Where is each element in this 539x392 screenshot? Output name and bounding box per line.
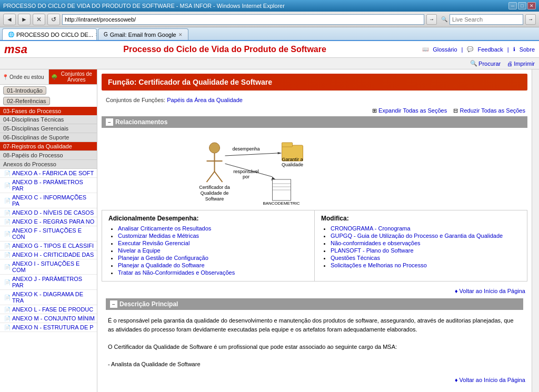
- sidebar-section-disc-sup[interactable]: 06-Disciplinas de Suporte: [0, 133, 97, 142]
- doc-icon-k: 📄: [4, 295, 11, 300]
- browser-title-text: PROCESSO DO CICLO DE VIDA DO PRODUTO DE …: [3, 3, 285, 9]
- print-icon: 🖨: [507, 61, 513, 67]
- breadcrumb-link[interactable]: Papéis da Área da Qualidade: [167, 97, 243, 103]
- sobre-link[interactable]: Sobre: [520, 46, 535, 53]
- description-para-1: É o responsável pela garantia da qualida…: [108, 316, 521, 334]
- onde-estou-btn[interactable]: 📍 Onde eu estou: [0, 69, 49, 84]
- window-controls[interactable]: ─ □ ✕: [508, 2, 536, 9]
- sidebar-section-papeis[interactable]: 08-Papéis do Processo: [0, 151, 97, 160]
- search-input[interactable]: [450, 14, 523, 25]
- additionally-link-5[interactable]: Planejar a Qualidade do Software: [118, 262, 205, 268]
- procurar-link[interactable]: 🔍 Procurar: [470, 60, 501, 67]
- minimize-button[interactable]: ─: [508, 2, 517, 9]
- forward-button[interactable]: ►: [18, 14, 31, 25]
- back-to-top-link-2[interactable]: ♦ Voltar ao Início da Página: [455, 377, 525, 383]
- sidebar-section-anexos[interactable]: Anexos do Processo: [0, 160, 97, 169]
- modifies-link-5[interactable]: Solicitações e Melhorias no Processo: [331, 262, 427, 268]
- description-collapse-icon[interactable]: −: [110, 300, 117, 308]
- scrollbar[interactable]: [532, 69, 539, 392]
- list-item: Solicitações e Melhorias no Processo: [331, 262, 521, 268]
- search-nav-icon: 🔍: [470, 60, 477, 67]
- feedback-icon: 💬: [467, 46, 473, 52]
- location-icon: 📍: [2, 74, 8, 80]
- modifies-link-2[interactable]: Não-conformidades e observações: [331, 240, 421, 246]
- go-button[interactable]: →: [426, 14, 437, 25]
- relationships-title: Relacionamentos: [115, 118, 167, 126]
- sidebar-item-anexo-l[interactable]: 📄 ANEXO L - FASE DE PRODUC: [0, 305, 97, 314]
- search-label: 🔍: [441, 16, 447, 22]
- additionally-link-0[interactable]: Analisar Criticamente os Resultados: [118, 225, 211, 232]
- stop-button[interactable]: ✕: [33, 14, 45, 25]
- tab-label-processoweb: PROCESSO DO CICLO DE...: [16, 32, 93, 38]
- refresh-button[interactable]: ↺: [47, 14, 60, 25]
- list-item: Nivelar a Equipe: [118, 247, 308, 254]
- sidebar-item-anexo-f[interactable]: 📄 ANEXO F - SITUAÇÕES E CON: [0, 226, 97, 242]
- list-item: Analisar Criticamente os Resultados: [118, 225, 308, 232]
- additionally-link-3[interactable]: Nivelar a Equipe: [118, 247, 161, 254]
- app-navrow: 🔍 Procurar 🖨 Imprimir: [0, 58, 539, 69]
- glossario-link[interactable]: Glossário: [433, 46, 457, 53]
- app-container: msa Processo do Ciclo de Vida do Produto…: [0, 41, 539, 392]
- conjuntos-btn[interactable]: 🌳 Conjuntos de Árvores: [49, 69, 97, 84]
- expand-all-link[interactable]: Expandir Todas as Seções: [378, 107, 447, 114]
- modifies-link-0[interactable]: CRONOGRAMA - Cronograma: [331, 225, 411, 232]
- sidebar-item-anexo-c[interactable]: 📄 ANEXO C - INFORMAÇÕES PA: [0, 193, 97, 208]
- tab-close-gmail[interactable]: ✕: [178, 32, 183, 37]
- content-area: 📍 Onde eu estou 🌳 Conjuntos de Árvores 0…: [0, 69, 539, 392]
- sidebar-section-disc-tec[interactable]: 04-Disciplinas Técnicas: [0, 115, 97, 124]
- feedback-link[interactable]: Feedback: [477, 46, 503, 53]
- doc-icon-g: 📄: [4, 243, 11, 249]
- modifies-title: Modifica:: [321, 215, 521, 222]
- sidebar-item-anexo-e[interactable]: 📄 ANEXO E - REGRAS PARA NO: [0, 217, 97, 226]
- additionally-list: Analisar Criticamente os Resultados Cust…: [108, 225, 308, 276]
- description-para-3: - Analista da Qualidade de Software: [108, 360, 521, 369]
- additionally-link-2[interactable]: Executar Revisão Gerencial: [118, 240, 189, 246]
- sidebar-section-fases[interactable]: 03-Fases do Processo: [0, 107, 97, 115]
- close-button[interactable]: ✕: [527, 2, 536, 9]
- additionally-link-1[interactable]: Customizar Medidas e Métricas: [118, 233, 199, 239]
- sidebar-item-anexo-d[interactable]: 📄 ANEXO D - NÍVEIS DE CASOS: [0, 208, 97, 217]
- sidebar-item-anexo-j[interactable]: 📄 ANEXO J - PARÂMETROS PAR: [0, 275, 97, 290]
- additionally-link-4[interactable]: Planejar a Gestão de Configuração: [118, 255, 208, 261]
- description-section: − Descrição Principal É o responsável pe…: [102, 298, 527, 373]
- tab-close-processoweb[interactable]: ✕: [95, 32, 97, 37]
- sidebar-item-anexo-n[interactable]: 📄 ANEXO N - ESTRUTURA DE P: [0, 323, 97, 332]
- modifies-list: CRONOGRAMA - Cronograma GUPGQ - Guia de …: [321, 225, 521, 268]
- sidebar-item-anexo-k[interactable]: 📄 ANEXO K - DIAGRAMA DE TRA: [0, 290, 97, 305]
- function-tables: Adicionalmente Desempenha: Analisar Crit…: [102, 210, 527, 282]
- tab-processoweb[interactable]: 🌐 PROCESSO DO CICLO DE... ✕: [2, 28, 97, 40]
- sidebar-item-anexo-h[interactable]: 📄 ANEXO H - CRITICIDADE DAS: [0, 250, 97, 259]
- back-to-top-link-1[interactable]: ♦ Voltar ao Início da Página: [455, 288, 525, 294]
- sidebar-item-anexo-m[interactable]: 📄 ANEXO M - CONJUNTO MÍNIM: [0, 314, 97, 323]
- sidebar-item-anexo-b[interactable]: 📄 ANEXO B - PARÂMETROS PAR: [0, 178, 97, 193]
- tab-label-gmail: Gmail: Email from Google: [110, 32, 176, 38]
- doc-icon-b: 📄: [4, 183, 11, 188]
- list-item: GUPGQ - Guia de Utilização do Processo e…: [331, 233, 521, 239]
- imprimir-link[interactable]: 🖨 Imprimir: [507, 61, 535, 67]
- intro-btn[interactable]: 01-Introdução: [3, 86, 46, 95]
- modifies-link-4[interactable]: Questões Técnicas: [331, 255, 380, 261]
- additionally-link-6[interactable]: Tratar as Não-Conformidades e Observaçõe…: [118, 269, 235, 276]
- svg-text:desempenha: desempenha: [232, 146, 259, 152]
- relationships-diagram: Certificador da Qualidade de Software de…: [106, 132, 523, 206]
- tab-gmail[interactable]: G Gmail: Email from Google ✕: [98, 28, 188, 40]
- list-item: CRONOGRAMA - Cronograma: [331, 225, 521, 232]
- relationships-collapse-icon[interactable]: −: [106, 118, 113, 126]
- sidebar-item-anexo-g[interactable]: 📄 ANEXO G - TIPOS E CLASSIFI: [0, 242, 97, 250]
- sidebar-section-disc-ger[interactable]: 05-Disciplinas Gerenciais: [0, 124, 97, 133]
- collapse-all-link[interactable]: Reduzir Todas as Seções: [460, 107, 525, 114]
- maximize-button[interactable]: □: [518, 2, 526, 9]
- sidebar-item-anexo-a[interactable]: 📄 ANEXO A - FÁBRICA DE SOFT: [0, 169, 97, 178]
- sidebar-item-anexo-i[interactable]: 📄 ANEXO I - SITUAÇÕES E COM: [0, 259, 97, 275]
- back-button[interactable]: ◄: [3, 14, 16, 25]
- search-go-button[interactable]: →: [525, 14, 536, 25]
- modifies-link-3[interactable]: PLANSOFT - Plano do Software: [331, 247, 414, 254]
- svg-text:Certificador da: Certificador da: [199, 185, 230, 190]
- main-content: Função: Certificador da Qualidade de Sof…: [97, 69, 532, 392]
- modifies-link-1[interactable]: GUPGQ - Guia de Utilização do Processo e…: [331, 233, 503, 239]
- diagram-svg: Certificador da Qualidade de Software de…: [106, 132, 523, 206]
- sidebar-section-registros[interactable]: 07-Registros da Qualidade: [0, 142, 97, 151]
- refs-btn[interactable]: 02-Referências: [3, 97, 50, 105]
- analista-link[interactable]: - Analista da Qualidade de Software: [108, 361, 201, 367]
- address-bar[interactable]: [62, 14, 424, 25]
